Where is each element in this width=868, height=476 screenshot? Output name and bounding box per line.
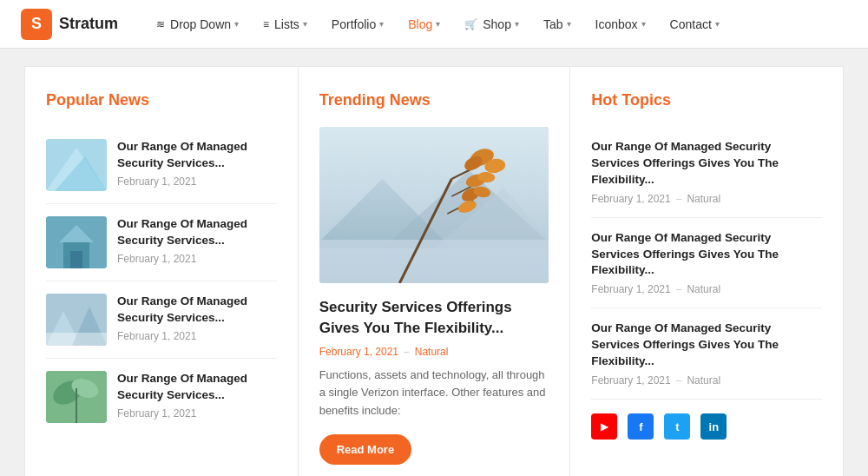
nav-item-portfolio[interactable]: Portfolio ▾ — [321, 10, 394, 38]
list-item[interactable]: Our Range Of Managed Security Services..… — [46, 127, 277, 204]
svg-rect-6 — [70, 251, 82, 268]
hot-date: February 1, 2021 — [591, 283, 670, 295]
list-item[interactable]: Our Range Of Managed Security Services..… — [46, 281, 277, 359]
brand-logo: S — [21, 9, 52, 40]
chevron-down-icon: ▾ — [303, 19, 307, 29]
svg-rect-10 — [46, 333, 107, 346]
hot-topic-title: Our Range Of Managed Security Services O… — [591, 321, 822, 370]
news-title: Our Range Of Managed Security Services..… — [117, 371, 277, 404]
news-title: Our Range Of Managed Security Services..… — [117, 216, 277, 249]
news-date: February 1, 2021 — [117, 175, 277, 188]
news-title: Our Range Of Managed Security Services..… — [117, 139, 277, 172]
news-date: February 1, 2021 — [117, 330, 277, 342]
hot-topics-title: Hot Topics — [591, 91, 822, 109]
hot-date: February 1, 2021 — [591, 193, 670, 205]
meta-separator: – — [676, 193, 682, 205]
trending-image-svg — [319, 127, 549, 283]
news-title: Our Range Of Managed Security Services..… — [117, 294, 277, 327]
news-date: February 1, 2021 — [117, 407, 277, 420]
trending-description: Functions, assets and technology, all th… — [319, 367, 549, 420]
hot-category: Natural — [687, 374, 720, 387]
hot-meta: February 1, 2021 – Natural — [591, 193, 822, 205]
chevron-down-icon: ▾ — [641, 19, 646, 29]
snow-thumbnail-svg — [46, 294, 107, 346]
linkedin-icon[interactable]: in — [700, 413, 727, 440]
house-thumbnail-svg — [46, 216, 107, 268]
nav-item-dropdown[interactable]: ≋ Drop Down ▾ — [146, 10, 249, 38]
brand-name: Stratum — [59, 15, 118, 33]
list-item[interactable]: Our Range Of Managed Security Services O… — [591, 218, 822, 309]
nav-item-iconbox[interactable]: Iconbox ▾ — [585, 10, 656, 38]
hot-meta: February 1, 2021 – Natural — [591, 374, 822, 387]
chevron-down-icon: ▾ — [436, 19, 440, 29]
popular-news-panel: Popular News Our Range Of Managed Securi… — [24, 66, 298, 476]
list-item[interactable]: Our Range Of Managed Security Services O… — [591, 308, 822, 400]
news-thumbnail — [46, 216, 107, 268]
news-meta: Our Range Of Managed Security Services..… — [117, 216, 277, 268]
youtube-icon[interactable]: ▶ — [591, 413, 617, 440]
news-thumbnail — [46, 139, 107, 191]
nav-item-tab[interactable]: Tab ▾ — [533, 10, 582, 38]
navbar: S Stratum ≋ Drop Down ▾ ≡ Lists ▾ Portfo… — [0, 0, 868, 49]
meta-separator: – — [676, 374, 682, 387]
list-icon: ≡ — [263, 18, 269, 30]
trending-category: Natural — [415, 346, 449, 358]
hot-category: Natural — [687, 283, 720, 295]
news-thumbnail — [46, 294, 107, 346]
trending-date: February 1, 2021 — [319, 346, 398, 358]
news-date: February 1, 2021 — [117, 253, 277, 265]
meta-separator: – — [404, 346, 410, 358]
news-meta: Our Range Of Managed Security Services..… — [117, 294, 277, 346]
nav-item-contact[interactable]: Contact ▾ — [660, 10, 730, 38]
hot-category: Natural — [687, 193, 720, 205]
news-meta: Our Range Of Managed Security Services..… — [117, 139, 277, 191]
trending-news-title: Trending News — [319, 91, 549, 109]
trending-meta: February 1, 2021 – Natural — [319, 346, 549, 358]
trending-article-title: Security Services Offerings Gives You Th… — [319, 297, 549, 339]
list-item[interactable]: Our Range Of Managed Security Services..… — [46, 204, 277, 281]
news-meta: Our Range Of Managed Security Services..… — [117, 371, 277, 423]
page-content: Popular News Our Range Of Managed Securi… — [0, 49, 868, 476]
list-item[interactable]: Our Range Of Managed Security Services O… — [591, 127, 822, 218]
glacier-thumbnail-svg — [46, 139, 107, 191]
nav-item-lists[interactable]: ≡ Lists ▾ — [253, 10, 318, 38]
list-item[interactable]: Our Range Of Managed Security Services..… — [46, 359, 277, 435]
facebook-icon[interactable]: f — [628, 413, 654, 440]
chevron-down-icon: ▾ — [715, 19, 720, 29]
cart-icon: 🛒 — [464, 18, 477, 30]
hot-meta: February 1, 2021 – Natural — [591, 283, 822, 295]
chevron-down-icon: ▾ — [567, 19, 571, 29]
brand[interactable]: S Stratum — [21, 9, 118, 40]
hot-topic-title: Our Range Of Managed Security Services O… — [591, 230, 822, 280]
chevron-down-icon: ▾ — [379, 19, 384, 29]
svg-rect-19 — [319, 240, 549, 283]
hot-topics-panel: Hot Topics Our Range Of Managed Security… — [570, 66, 844, 476]
meta-separator: – — [676, 283, 682, 295]
news-thumbnail — [46, 371, 107, 423]
nav-item-shop[interactable]: 🛒 Shop ▾ — [454, 10, 529, 38]
trending-news-panel: Trending News — [298, 66, 571, 476]
hot-date: February 1, 2021 — [591, 374, 670, 387]
popular-news-title: Popular News — [46, 91, 277, 109]
nav-items: ≋ Drop Down ▾ ≡ Lists ▾ Portfolio ▾ Blog… — [146, 10, 847, 38]
hot-topic-title: Our Range Of Managed Security Services O… — [591, 139, 822, 188]
chevron-down-icon: ▾ — [234, 19, 239, 29]
twitter-icon[interactable]: t — [664, 413, 690, 440]
tropical-thumbnail-svg — [46, 371, 107, 423]
social-icons-group: ▶ f t in — [591, 413, 822, 440]
layers-icon: ≋ — [156, 18, 165, 30]
nav-item-blog[interactable]: Blog ▾ — [398, 10, 450, 38]
chevron-down-icon: ▾ — [515, 19, 519, 29]
three-columns-layout: Popular News Our Range Of Managed Securi… — [24, 66, 844, 476]
read-more-button[interactable]: Read More — [319, 434, 411, 465]
trending-image — [319, 127, 549, 283]
